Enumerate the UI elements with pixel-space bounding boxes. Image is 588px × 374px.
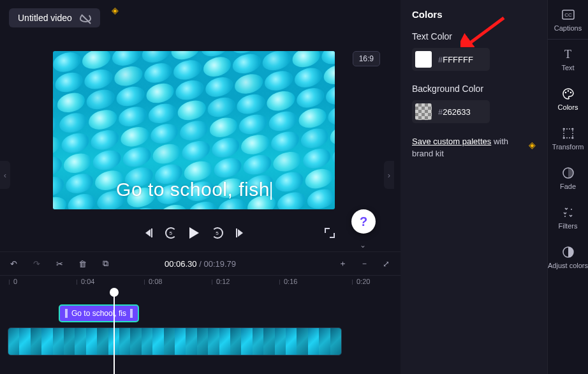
svg-point-12: [564, 216, 566, 217]
timeline-toolbar: ↶ ↷ ✂ 🗑 ⧉ 00:06.30 / 00:19.79 ＋ － ⤢: [0, 252, 401, 275]
ruler-tick: 0:16: [279, 280, 297, 285]
nav-text[interactable]: T Text: [548, 40, 588, 79]
timeline-panel: ↶ ↷ ✂ 🗑 ⧉ 00:06.30 / 00:19.79 ＋ － ⤢ 0 0:…: [0, 251, 401, 374]
video-preview[interactable]: Go to school, fish: [53, 51, 335, 209]
diamond-icon: ◈: [112, 5, 119, 15]
palette-icon: [561, 87, 575, 101]
svg-point-8: [562, 137, 564, 139]
split-button[interactable]: ✂: [54, 258, 65, 269]
svg-point-7: [571, 128, 573, 130]
captions-icon: CC: [561, 8, 575, 22]
cloud-off-icon: [80, 13, 91, 22]
diamond-icon: ◈: [529, 138, 536, 151]
aspect-ratio-chip[interactable]: 16:9: [353, 51, 380, 66]
collapse-chevron-icon[interactable]: ⌄: [360, 241, 366, 250]
timeline-ruler[interactable]: 0 0:04 0:08 0:12 0:16 0:20: [0, 275, 401, 295]
playback-controls: 5 5: [53, 217, 335, 249]
ruler-tick: 0: [9, 280, 17, 285]
text-icon: T: [561, 47, 575, 61]
svg-point-3: [567, 90, 569, 92]
ruler-tick: 0:04: [77, 280, 94, 285]
help-button[interactable]: ?: [351, 209, 376, 234]
undo-button[interactable]: ↶: [8, 258, 19, 269]
nav-fade[interactable]: Fade: [548, 158, 588, 198]
nav-colors[interactable]: Colors: [548, 79, 588, 119]
delete-button[interactable]: 🗑: [77, 258, 88, 269]
prev-media-button[interactable]: ‹: [0, 161, 10, 189]
zoom-fit-button[interactable]: ⤢: [380, 258, 392, 269]
svg-point-9: [571, 137, 573, 139]
panel-title: Colors: [412, 9, 536, 20]
redo-button[interactable]: ↷: [31, 258, 42, 269]
preview-stage: ‹ › 16:9 Go to school, fish 5 5: [0, 36, 401, 251]
caption-clip-label: Go to school, fis: [71, 309, 126, 318]
svg-point-6: [562, 128, 564, 130]
svg-point-2: [564, 92, 566, 94]
video-clip[interactable]: [8, 327, 342, 355]
forward-5-button[interactable]: 5: [212, 227, 223, 239]
project-title: Untitled video: [18, 13, 72, 23]
right-nav: CC Captions T Text Colors Transform Fade…: [547, 0, 588, 374]
nav-transform[interactable]: Transform: [548, 119, 588, 158]
rewind-5-button[interactable]: 5: [165, 227, 177, 239]
caption-clip[interactable]: Go to school, fis: [59, 304, 139, 322]
transform-icon: [561, 126, 575, 140]
adjust-icon: [561, 245, 575, 259]
bg-color-swatch: [415, 103, 432, 120]
bg-color-picker[interactable]: #262633: [412, 100, 490, 123]
bg-color-value: 262633: [443, 107, 470, 117]
zoom-in-button[interactable]: ＋: [337, 258, 348, 269]
timecode: 00:06.30 / 00:19.79: [165, 259, 236, 269]
save-palettes-hint: Save custom palettes with brand kit ◈: [412, 136, 536, 160]
svg-rect-5: [564, 129, 573, 138]
fullscreen-icon[interactable]: [325, 228, 335, 238]
svg-point-11: [571, 209, 572, 210]
caption-overlay-text[interactable]: Go to school, fish: [116, 179, 272, 200]
svg-point-4: [570, 92, 571, 94]
next-media-button[interactable]: ›: [384, 161, 394, 189]
filters-icon: [561, 206, 575, 220]
text-color-value: FFFFFF: [443, 55, 473, 64]
playhead[interactable]: [114, 293, 115, 374]
timeline-tracks[interactable]: Go to school, fis: [0, 295, 401, 372]
nav-filters[interactable]: Filters: [548, 198, 588, 237]
skip-end-icon[interactable]: [236, 228, 244, 237]
text-color-label: Text Color: [412, 31, 536, 41]
duplicate-button[interactable]: ⧉: [99, 258, 111, 269]
nav-captions[interactable]: CC Captions: [548, 0, 588, 40]
project-title-chip[interactable]: Untitled video: [9, 8, 100, 27]
ruler-tick: 0:20: [352, 280, 370, 285]
ruler-tick: 0:08: [144, 280, 162, 285]
ruler-tick: 0:12: [212, 280, 230, 285]
text-color-picker[interactable]: #FFFFFF: [412, 48, 490, 71]
clip-handle-right[interactable]: [130, 309, 133, 318]
text-color-swatch: [415, 51, 432, 68]
properties-panel: Colors Text Color #FFFFFF Background Col…: [401, 0, 547, 374]
zoom-out-button[interactable]: －: [358, 258, 370, 269]
svg-text:CC: CC: [564, 12, 572, 18]
clip-handle-left[interactable]: [65, 309, 68, 318]
bg-color-label: Background Color: [412, 84, 536, 94]
save-palettes-link[interactable]: Save custom palettes: [412, 137, 491, 146]
skip-start-icon[interactable]: [145, 228, 152, 237]
play-button[interactable]: [189, 227, 199, 239]
fade-icon: [561, 166, 575, 180]
nav-adjust-colors[interactable]: Adjust colors: [548, 237, 588, 277]
